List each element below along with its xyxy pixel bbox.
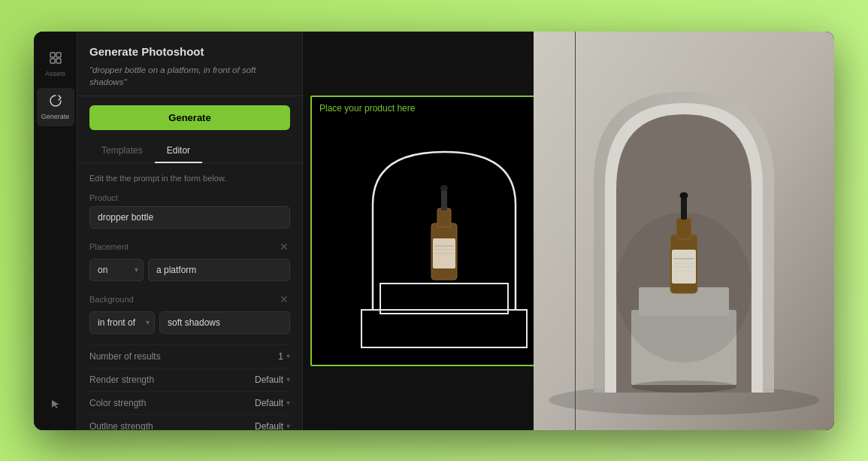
generate-button[interactable]: Generate [89,105,290,130]
cursor-icon [50,399,61,409]
placement-clear-button[interactable]: ✕ [278,239,290,254]
tab-templates[interactable]: Templates [89,139,155,163]
placement-section-header: Placement ✕ [89,239,290,254]
background-value-input[interactable] [159,311,290,334]
placement-preposition-wrap: on under beside above ▾ [89,259,144,281]
preview-divider [575,32,576,430]
stat-value-outline-strength: Default ▾ [255,421,290,430]
arch-outline-svg [320,107,568,355]
rendered-preview [534,32,834,430]
background-label: Background [89,295,134,304]
stat-value-render-strength: Default ▾ [255,375,290,385]
product-label: Product [89,193,290,202]
sidebar: Assets Generate [34,32,77,430]
stat-chevron-number-of-results: ▾ [286,352,290,360]
placement-preposition-select[interactable]: on under beside above [89,259,144,281]
svg-rect-3 [56,59,61,63]
stat-row-number-of-results[interactable]: Number of results 1 ▾ [89,344,290,368]
placement-row: on under beside above ▾ [89,259,290,281]
placement-group: Placement ✕ on under beside above ▾ [89,239,290,281]
generate-icon [49,94,62,111]
stat-label-outline-strength: Outline strength [89,421,153,430]
stat-label-color-strength: Color strength [89,398,146,408]
tab-bar: Templates Editor [77,139,302,163]
stat-value-number-of-results: 1 ▾ [278,351,290,362]
assets-label: Assets [45,70,65,77]
svg-point-28 [616,212,752,362]
left-panel: Generate Photoshoot "dropper bottle on a… [77,32,303,430]
sidebar-item-assets[interactable]: Assets [37,45,74,83]
svg-rect-0 [50,53,55,57]
svg-rect-7 [437,208,451,227]
svg-rect-1 [56,53,61,57]
svg-rect-2 [50,59,55,63]
panel-header: Generate Photoshoot "dropper bottle on a… [77,32,302,96]
panel-title: Generate Photoshoot [89,45,290,58]
tab-editor[interactable]: Editor [155,139,202,163]
background-row: in front of behind with ▾ [89,311,290,334]
product-group: Product [89,193,290,229]
form-body: Edit the the prompt in the form below. P… [77,163,302,430]
stats-section: Number of results 1 ▾ Render strength De… [89,344,290,430]
app-window: Assets Generate Generate Photoshoot "dro… [34,32,834,430]
background-preposition-select[interactable]: in front of behind with [89,311,155,334]
prompt-preview: "dropper bottle on a platform, in front … [89,64,290,88]
stat-chevron-outline-strength: ▾ [286,422,290,429]
background-section-header: Background ✕ [89,292,290,307]
stat-row-outline-strength[interactable]: Outline strength Default ▾ [89,414,290,430]
stat-value-color-strength: Default ▾ [255,398,290,408]
placement-location-input[interactable] [148,259,290,281]
stat-label-number-of-results: Number of results [89,351,161,362]
assets-icon [49,51,62,68]
stat-chevron-color-strength: ▾ [286,399,290,407]
background-group: Background ✕ in front of behind with ▾ [89,292,290,334]
svg-rect-4 [361,310,527,347]
svg-point-18 [631,381,736,393]
stat-chevron-render-strength: ▾ [286,375,290,384]
generate-sidebar-label: Generate [41,113,70,120]
svg-rect-8 [441,190,447,211]
stat-row-color-strength[interactable]: Color strength Default ▾ [89,391,290,414]
form-hint: Edit the the prompt in the form below. [89,174,290,183]
stat-label-render-strength: Render strength [89,375,154,385]
placement-label: Placement [89,242,129,251]
stat-row-render-strength[interactable]: Render strength Default ▾ [89,368,290,391]
background-clear-button[interactable]: ✕ [278,292,290,307]
svg-point-9 [440,185,448,191]
canvas-area: Place your product here [303,32,834,430]
product-input[interactable] [89,206,290,229]
sidebar-item-generate[interactable]: Generate [37,88,74,126]
rendered-scene-svg [534,32,834,430]
background-preposition-wrap: in front of behind with ▾ [89,311,155,334]
svg-point-22 [680,192,688,199]
